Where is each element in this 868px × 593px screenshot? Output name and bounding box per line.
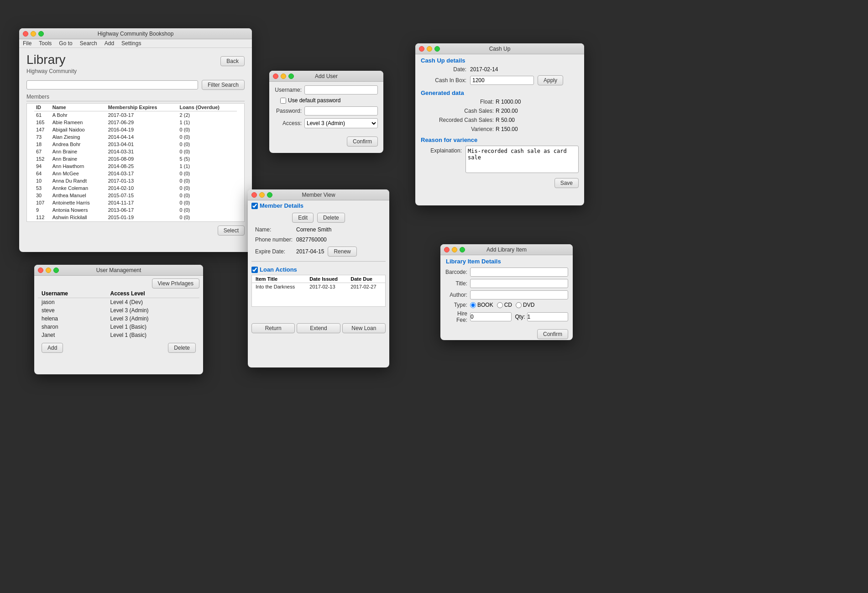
filter-search-button[interactable]: Filter Search: [202, 80, 245, 90]
table-row[interactable]: 61A Bohr2017-03-172 (2): [34, 111, 237, 119]
apply-button[interactable]: Apply: [538, 75, 563, 85]
table-row[interactable]: 64Ann McGee2014-03-170 (0): [34, 170, 237, 177]
maximize-button-cu[interactable]: [434, 46, 440, 52]
access-label: Access:: [275, 120, 304, 126]
search-input[interactable]: [26, 80, 198, 89]
type-dvd-radio[interactable]: [516, 302, 522, 308]
table-row[interactable]: 152Ann Braine2016-08-095 (5): [34, 155, 237, 163]
view-privlages-button[interactable]: View Privlages: [152, 278, 199, 289]
cash-in-box-input[interactable]: [470, 76, 534, 85]
menu-file[interactable]: File: [23, 40, 31, 47]
new-loan-button[interactable]: New Loan: [342, 323, 386, 333]
loan-table-container[interactable]: Item Title Date Issued Date Due Into the…: [251, 275, 386, 307]
list-item[interactable]: helenaLevel 3 (Admin): [38, 315, 199, 323]
table-row[interactable]: 30Anthea Manuel2015-07-150 (0): [34, 192, 237, 199]
author-input[interactable]: [470, 290, 568, 299]
menu-tools[interactable]: Tools: [39, 40, 52, 47]
access-row: Access: Level 3 (Admin) Level 4 (Dev) Le…: [275, 118, 378, 128]
table-row[interactable]: 107Antoinette Harris2014-11-170 (0): [34, 199, 237, 206]
table-row[interactable]: 18Andrea Bohr2013-04-010 (0): [34, 141, 237, 148]
explaination-textarea[interactable]: Mis-recorded cash sale as card sale: [465, 146, 579, 173]
minimize-button-ali[interactable]: [452, 247, 457, 252]
password-input[interactable]: [304, 106, 378, 115]
access-select[interactable]: Level 3 (Admin) Level 4 (Dev) Level 1 (B…: [304, 118, 378, 128]
list-item[interactable]: sharonLevel 1 (Basic): [38, 323, 199, 331]
type-row: Type: BOOK CD DVD: [445, 302, 568, 308]
type-cd-radio[interactable]: [497, 302, 503, 308]
cell-expires: 2013-04-01: [106, 141, 178, 148]
minimize-button[interactable]: [31, 31, 36, 37]
title-input[interactable]: [470, 279, 568, 288]
maximize-button-au[interactable]: [288, 73, 294, 79]
list-item[interactable]: JanetLevel 1 (Basic): [38, 331, 199, 339]
usermgmt-window: User Management View Privlages Username …: [34, 265, 203, 374]
cell-loans: 2 (2): [178, 111, 237, 119]
menu-search[interactable]: Search: [80, 40, 97, 47]
table-row[interactable]: 67Ann Braine2014-03-310 (0): [34, 148, 237, 155]
menu-settings[interactable]: Settings: [121, 40, 141, 47]
cell-id: 67: [34, 148, 51, 155]
minimize-button-mv[interactable]: [259, 192, 265, 198]
table-row[interactable]: 165Abie Rameen2017-06-291 (1): [34, 119, 237, 126]
maximize-button[interactable]: [38, 31, 44, 37]
edit-member-button[interactable]: Edit: [292, 213, 314, 223]
table-row[interactable]: 53Annke Coleman2014-02-100 (0): [34, 184, 237, 192]
member-details-checkbox[interactable]: [251, 203, 258, 209]
list-item[interactable]: steveLevel 3 (Admin): [38, 306, 199, 315]
close-button-ali[interactable]: [444, 247, 450, 252]
table-row[interactable]: 10Anna Du Randt2017-01-130 (0): [34, 177, 237, 184]
table-row[interactable]: 147Abigail Naidoo2016-04-190 (0): [34, 126, 237, 133]
cell-name: Ann Braine: [51, 148, 106, 155]
minimize-button-au[interactable]: [281, 73, 286, 79]
close-button-mv[interactable]: [251, 192, 257, 198]
delete-user-button[interactable]: Delete: [168, 343, 196, 353]
select-button[interactable]: Select: [218, 226, 245, 236]
memberview-title: Member View: [302, 192, 335, 198]
menu-goto[interactable]: Go to: [59, 40, 72, 47]
float-row: Float: R 1000.00: [415, 97, 584, 106]
close-button-um[interactable]: [38, 268, 43, 273]
varience-value: R 150.00: [496, 126, 518, 132]
minimize-button-um[interactable]: [46, 268, 51, 273]
table-row[interactable]: 9Antonia Nowers2013-06-170 (0): [34, 206, 237, 214]
return-button[interactable]: Return: [251, 323, 295, 333]
qty-input[interactable]: [527, 312, 569, 321]
memberview-window: Member View Member Details Edit Delete N…: [248, 189, 389, 367]
cell-username: helena: [38, 315, 107, 323]
extend-button[interactable]: Extend: [297, 323, 340, 333]
maximize-button-ali[interactable]: [460, 247, 465, 252]
close-button[interactable]: [23, 31, 28, 37]
list-item[interactable]: Into the Darkness2017-02-132017-02-27: [252, 283, 385, 291]
menu-add[interactable]: Add: [105, 40, 114, 47]
back-button[interactable]: Back: [220, 56, 245, 66]
maximize-button-um[interactable]: [53, 268, 59, 273]
list-item[interactable]: jasonLevel 4 (Dev): [38, 298, 199, 307]
username-input[interactable]: [304, 85, 378, 94]
cell-loans: 0 (0): [178, 170, 237, 177]
confirm-button-au[interactable]: Confirm: [347, 136, 378, 147]
members-table-container[interactable]: ID Name Membership Expires Loans (Overdu…: [26, 103, 245, 222]
library-header: Library Highway Community Back: [19, 48, 252, 76]
confirm-button-ali[interactable]: Confirm: [537, 329, 568, 339]
save-button[interactable]: Save: [554, 178, 579, 188]
table-row[interactable]: 112Ashwin Rickilall2015-01-190 (0): [34, 214, 237, 221]
type-book-radio[interactable]: [470, 302, 476, 308]
close-button-au[interactable]: [273, 73, 278, 79]
cell-id: 94: [34, 163, 51, 170]
cell-name: Alan Ziesing: [51, 133, 106, 141]
table-row[interactable]: 73Alan Ziesing2014-04-140 (0): [34, 133, 237, 141]
add-user-button[interactable]: Add: [42, 343, 63, 353]
default-password-checkbox[interactable]: [280, 98, 286, 104]
delete-member-button[interactable]: Delete: [317, 213, 345, 223]
generated-data-label: Generated data: [415, 87, 584, 97]
cell-username: steve: [38, 306, 107, 315]
minimize-button-cu[interactable]: [427, 46, 432, 52]
renew-button[interactable]: Renew: [328, 247, 356, 257]
maximize-button-mv[interactable]: [267, 192, 272, 198]
close-button-cu[interactable]: [419, 46, 424, 52]
barcode-input[interactable]: [470, 268, 568, 277]
date-label: Date:: [421, 66, 466, 73]
hire-fee-input[interactable]: [470, 312, 512, 321]
table-row[interactable]: 94Ann Hawthorn2014-08-251 (1): [34, 163, 237, 170]
loan-actions-checkbox[interactable]: [251, 267, 258, 273]
